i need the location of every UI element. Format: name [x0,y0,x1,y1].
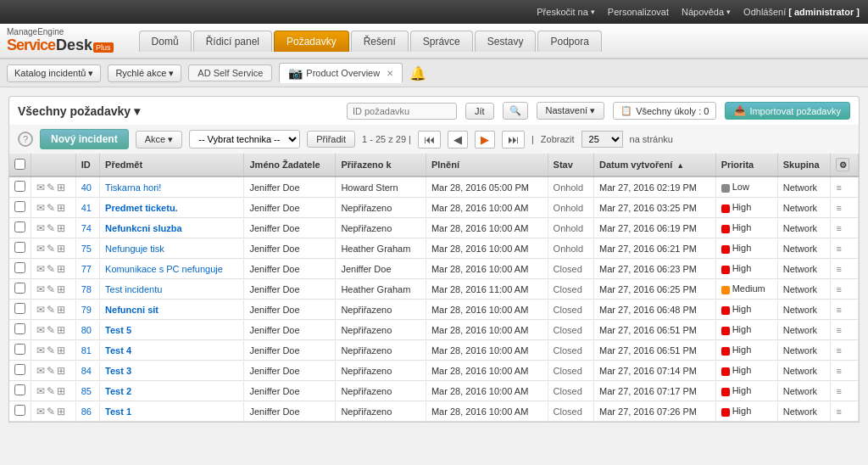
row-subject[interactable]: Test incidentu [100,279,244,300]
edit-icon[interactable]: ✎ [47,283,55,295]
catalog-dropdown[interactable]: Katalog incidentů ▾ [7,64,101,82]
select-all-checkbox[interactable] [14,159,25,170]
row-menu-icon[interactable]: ≡ [836,223,841,233]
row-checkbox[interactable] [14,181,25,192]
email-icon[interactable]: ✉ [36,202,45,214]
nav-support[interactable]: Podpora [537,31,601,52]
row-id[interactable]: 81 [75,340,99,361]
new-incident-button[interactable]: Nový incident [40,129,129,149]
help-btn[interactable]: Nápověda ▾ [682,7,731,17]
merge-icon[interactable]: ⊞ [57,222,65,234]
email-icon[interactable]: ✉ [36,345,45,356]
merge-icon[interactable]: ⊞ [57,202,65,214]
row-checkbox[interactable] [14,344,25,355]
tasks-button[interactable]: 📋 Všechny úkoly : 0 [613,102,716,120]
row-checkbox[interactable] [14,384,25,395]
row-subject[interactable]: Komunikace s PC nefunguje [100,259,244,279]
edit-icon[interactable]: ✎ [47,365,55,377]
row-id[interactable]: 85 [75,381,99,401]
row-menu-icon[interactable]: ≡ [836,345,841,356]
assign-button[interactable]: Přiřadit [307,131,355,148]
edit-icon[interactable]: ✎ [47,345,55,356]
col-status[interactable]: Stav [548,154,593,176]
row-subject[interactable]: Test 2 [100,381,244,401]
ad-self-service-tab[interactable]: AD Self Service [188,64,272,81]
merge-icon[interactable]: ⊞ [57,263,65,275]
col-id[interactable]: ID [75,154,99,176]
col-priority[interactable]: Priorita [715,154,777,176]
notification-bell-icon[interactable]: 🔔 [409,65,426,81]
row-menu-icon[interactable]: ≡ [836,182,841,193]
row-subject[interactable]: Nefunkcni sluzba [100,218,244,238]
row-id[interactable]: 77 [75,259,99,279]
col-assigned[interactable]: Přiřazeno k [336,154,426,176]
email-icon[interactable]: ✉ [36,243,45,255]
col-subject[interactable]: Předmět [100,154,244,176]
row-menu-icon[interactable]: ≡ [836,244,841,254]
row-menu-icon[interactable]: ≡ [836,284,841,294]
import-requests-button[interactable]: 📥 Importovat požadavky [725,102,850,120]
first-page-button[interactable]: ⏮ [418,131,441,148]
row-id[interactable]: 84 [75,361,99,381]
row-checkbox[interactable] [14,201,25,212]
col-requester[interactable]: Jméno Žadatele [244,154,336,176]
row-subject[interactable]: Nefunguje tisk [100,238,244,259]
filter-arrow-icon[interactable]: ▾ [134,104,140,118]
row-menu-icon[interactable]: ≡ [836,203,841,213]
merge-icon[interactable]: ⊞ [57,345,65,356]
row-menu-icon[interactable]: ≡ [836,366,841,376]
email-icon[interactable]: ✉ [36,222,45,234]
col-due[interactable]: Plnění [426,154,548,176]
edit-icon[interactable]: ✎ [47,263,55,275]
logout-btn[interactable]: Odhlášení [ administrator ] [743,7,860,17]
nav-solutions[interactable]: Řešení [351,31,409,52]
go-button[interactable]: Jít [465,103,494,120]
settings-button[interactable]: Nastavení ▾ [537,102,605,120]
quick-actions-dropdown[interactable]: Rychlé akce ▾ [108,64,181,82]
row-id[interactable]: 80 [75,320,99,340]
email-icon[interactable]: ✉ [36,406,45,417]
merge-icon[interactable]: ⊞ [57,243,65,255]
edit-icon[interactable]: ✎ [47,324,55,336]
search-icon-button[interactable]: 🔍 [503,102,528,120]
last-page-button[interactable]: ⏭ [502,131,525,148]
row-menu-icon[interactable]: ≡ [836,386,841,396]
col-created[interactable]: Datum vytvoření ▲ [594,154,716,176]
row-id[interactable]: 41 [75,198,99,218]
row-id[interactable]: 79 [75,300,99,320]
row-id[interactable]: 75 [75,238,99,259]
merge-icon[interactable]: ⊞ [57,324,65,336]
row-subject[interactable]: Predmet ticketu. [100,198,244,218]
email-icon[interactable]: ✉ [36,324,45,336]
row-subject[interactable]: Test 5 [100,320,244,340]
merge-icon[interactable]: ⊞ [57,385,65,397]
nav-requests[interactable]: Požadavky [274,31,349,52]
help-circle[interactable]: ? [18,132,33,147]
row-menu-icon[interactable]: ≡ [836,264,841,274]
col-group[interactable]: Skupina [777,154,831,176]
row-checkbox[interactable] [14,303,25,314]
per-page-select[interactable]: 25 50 100 [581,131,623,148]
row-checkbox[interactable] [14,221,25,232]
email-icon[interactable]: ✉ [36,283,45,295]
edit-icon[interactable]: ✎ [47,406,55,417]
request-id-search[interactable] [347,103,457,120]
row-id[interactable]: 78 [75,279,99,300]
row-id[interactable]: 86 [75,401,99,422]
personalize-btn[interactable]: Personalizovat [608,7,669,17]
edit-icon[interactable]: ✎ [47,222,55,234]
row-checkbox[interactable] [14,405,25,416]
row-checkbox[interactable] [14,283,25,294]
row-checkbox[interactable] [14,262,25,273]
edit-icon[interactable]: ✎ [47,182,55,193]
row-checkbox[interactable] [14,323,25,334]
row-subject[interactable]: Test 1 [100,401,244,422]
nav-admin[interactable]: Správce [410,31,473,52]
column-settings-icon[interactable]: ⚙ [836,158,849,171]
merge-icon[interactable]: ⊞ [57,283,65,295]
row-menu-icon[interactable]: ≡ [836,406,841,417]
row-id[interactable]: 74 [75,218,99,238]
nav-dashboard[interactable]: Řídicí panel [193,31,272,52]
row-checkbox[interactable] [14,242,25,253]
email-icon[interactable]: ✉ [36,304,45,316]
